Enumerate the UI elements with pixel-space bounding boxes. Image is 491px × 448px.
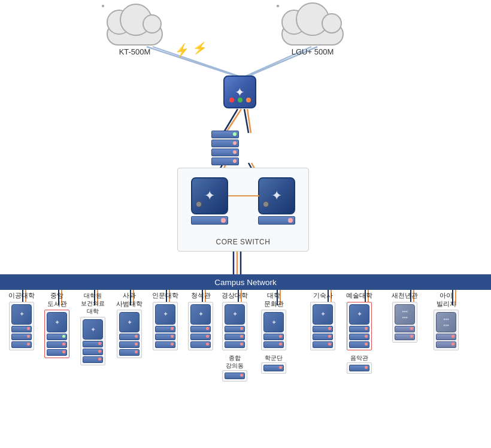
building-node-b7: 경상대학 ✦ 종합강의동 [222,292,248,382]
lightning-right: ⚡ [192,40,208,56]
svg-line-7 [247,109,251,133]
building-node-b2: 중앙도서관 ✦ [44,292,69,358]
building-node-b11: 새천년관 ▪▪▪▪▪▪ [392,292,418,343]
svg-line-5 [226,109,241,133]
core-switch-label: CORE SWITCH [178,238,308,246]
lightning-left: ⚡ [174,42,191,59]
cloud-lgu: LGU+ 500M [277,5,348,56]
building-node-b6: 청석관 ✦ [188,292,213,350]
building-node-b1: 이공대학 ✦ [8,292,35,350]
core-switch-left: ✦ [191,177,228,225]
building-node-b12: 아이빌리지 ▪▪▪▪▪▪ [434,292,459,350]
building-node-b4: 사과사범대학 ✦ [116,292,143,358]
core-switch-right: ✦ [258,177,295,225]
building-node-b9: 기숙사 ✦ [310,292,335,350]
building-node-b3: 대학원보건의료대학 ✦ [80,292,105,365]
cloud-kt: KT-500M [102,5,168,56]
distribution-switch [211,131,239,165]
building-node-b8: 대학문화관 ✦ 학군단 [261,292,286,374]
svg-line-6 [244,109,248,133]
svg-line-4 [223,109,238,133]
building-node-b5: 인문대학 ✦ [152,292,178,350]
campus-network-bar: Campus Network [0,274,491,290]
network-diagram: KT-500M LGU+ 500M ⚡ ⚡ ✦ [0,0,491,448]
building-node-b10: 예술대학 ✦ 음악관 [346,292,372,374]
top-router: ✦ [223,75,256,108]
core-switch-container: ✦ ✦ CORE SWITCH [177,168,309,252]
